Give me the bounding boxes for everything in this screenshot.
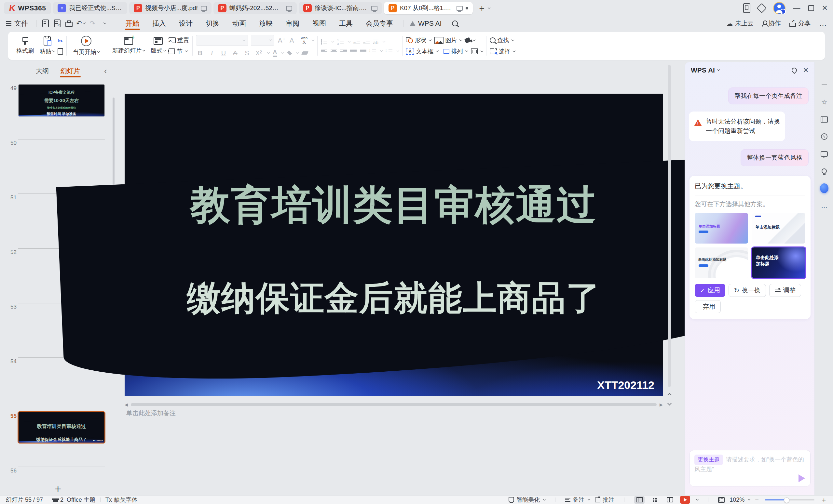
cloud-status-button[interactable]: ☁未上云 xyxy=(727,19,754,28)
paragraph-spacing-button[interactable] xyxy=(386,49,392,53)
wps-home-tab[interactable]: K WPS365 xyxy=(4,2,51,14)
search-icon[interactable] xyxy=(450,19,460,28)
chevron-down-icon[interactable] xyxy=(717,68,720,71)
toolbar-options-icon[interactable] xyxy=(99,19,109,28)
collaborate-button[interactable]: 协作 xyxy=(762,19,781,28)
comments-chat-icon[interactable] xyxy=(820,150,829,158)
new-slide-button[interactable]: 新建幻灯片 xyxy=(109,37,148,55)
apply-theme-button[interactable]: ✓应用 xyxy=(695,284,725,297)
font-name-select[interactable] xyxy=(196,35,248,46)
tab-review[interactable]: 审阅 xyxy=(279,16,306,30)
align-right-button[interactable] xyxy=(340,49,347,53)
picture-button[interactable]: 图片 xyxy=(434,36,462,44)
font-size-select[interactable] xyxy=(251,35,274,46)
save-icon[interactable] xyxy=(41,19,50,28)
zoom-slider[interactable] xyxy=(765,500,814,500)
prompt-mode-chip[interactable]: 更换主题 xyxy=(694,455,723,465)
horizontal-scrollbar[interactable]: ◀ ▶ xyxy=(125,402,663,407)
slide-thumbnail-55-selected[interactable]: 55 教育培训类目审核通过 缴纳保证金后就能上商品了 XTT202112 xyxy=(19,412,104,461)
text-direction-button[interactable]: ab xyxy=(373,39,378,46)
slideshow-play-button[interactable] xyxy=(680,496,690,504)
notes-placeholder[interactable]: 单击此处添加备注 xyxy=(126,409,176,418)
pin-icon[interactable] xyxy=(791,67,798,74)
document-tab[interactable]: P 蝉妈妈-202...52页.pdf xyxy=(213,2,297,14)
window-close-button[interactable]: ✕ xyxy=(822,4,828,12)
superscript-button[interactable]: X² xyxy=(255,49,263,57)
zoom-in-button[interactable]: ＋ xyxy=(820,496,827,504)
missing-font-button[interactable]: Tx缺失字体 xyxy=(105,496,138,504)
decrease-font-button[interactable]: A⁻ xyxy=(289,36,298,44)
zoom-level-button[interactable]: 102% xyxy=(730,497,750,503)
tab-list-caret-icon[interactable] xyxy=(488,6,490,9)
copy-icon[interactable] xyxy=(57,48,63,55)
tab-outline[interactable]: 大纲 xyxy=(36,65,49,77)
more-tools-icon[interactable]: … xyxy=(820,201,829,210)
play-options-caret-icon[interactable] xyxy=(696,498,698,500)
new-tab-button[interactable]: ＋ xyxy=(477,2,486,14)
play-from-page-button[interactable]: 当页开始 xyxy=(70,36,102,56)
next-slide-button[interactable] xyxy=(665,399,674,407)
tab-tools[interactable]: 工具 xyxy=(333,16,359,30)
distribute-button[interactable] xyxy=(360,49,366,53)
paste-button[interactable]: 粘贴 xyxy=(37,36,57,55)
font-color-button[interactable]: A xyxy=(273,49,277,57)
panel-layout-icon[interactable] xyxy=(820,115,829,124)
share-button[interactable]: 分享 xyxy=(789,19,811,28)
scroll-right-icon[interactable]: ▶ xyxy=(660,403,663,407)
more-actions-button[interactable]: … xyxy=(819,19,827,28)
decrease-indent-button[interactable] xyxy=(353,40,360,44)
slide-thumbnail-56[interactable]: 56 视频号小店 —— 提交商品经营说明书和ICP备案通过类目审核 xyxy=(19,467,104,482)
tab-transition[interactable]: 切换 xyxy=(199,16,226,30)
tab-view[interactable]: 视图 xyxy=(306,16,333,30)
print-icon[interactable] xyxy=(64,19,74,28)
export-icon[interactable] xyxy=(52,19,62,28)
theme-option-1[interactable]: 单击添加标题 xyxy=(695,213,748,244)
bullet-list-button[interactable] xyxy=(321,39,327,45)
shadow-button[interactable]: S xyxy=(243,49,251,57)
document-tab-active[interactable]: P K07 从0到...格1.pptx xyxy=(384,2,473,14)
smart-beautify-button[interactable]: 智能美化 xyxy=(508,496,545,504)
slide-layout-button[interactable]: 版式 xyxy=(148,37,169,55)
document-tab[interactable]: ≡ 我已经正式使...S的AI功能 xyxy=(53,2,127,14)
close-panel-icon[interactable]: ✕ xyxy=(803,66,809,74)
tab-animation[interactable]: 动画 xyxy=(226,16,253,30)
window-restore-button[interactable] xyxy=(808,5,814,11)
notes-button[interactable]: 备注 xyxy=(565,496,590,504)
scroll-left-icon[interactable]: ◀ xyxy=(125,403,128,407)
align-left-button[interactable] xyxy=(321,49,327,53)
wps-ai-active-icon[interactable] xyxy=(820,184,829,193)
favorites-star-icon[interactable]: ☆ xyxy=(820,98,829,106)
cut-icon[interactable]: ✂ xyxy=(57,37,63,45)
slide-canvas[interactable]: 教育培训类目审核通过 缴纳保证金后就能上商品了 XTT202112 xyxy=(125,94,663,396)
italic-button[interactable]: I xyxy=(208,49,216,57)
tab-insert[interactable]: 插入 xyxy=(146,16,172,30)
vertical-scrollbar-thumb[interactable] xyxy=(668,65,671,387)
format-painter-button[interactable]: 格式刷 xyxy=(13,37,37,55)
undo-icon[interactable]: ↶ xyxy=(76,19,86,28)
slide-sorter-view-button[interactable] xyxy=(649,496,660,504)
wps-ai-menu[interactable]: WPS AI xyxy=(408,16,448,30)
strikethrough-button[interactable]: A xyxy=(231,49,239,57)
reading-view-button[interactable] xyxy=(665,496,675,504)
mobile-device-icon[interactable] xyxy=(743,3,751,13)
align-center-button[interactable] xyxy=(331,49,337,53)
tab-home[interactable]: 开始 xyxy=(119,16,146,30)
increase-font-button[interactable]: A⁺ xyxy=(278,36,286,44)
tab-slideshow[interactable]: 放映 xyxy=(253,16,279,30)
theme-name-button[interactable]: 2_Office 主题 xyxy=(53,496,95,504)
slide-title-text[interactable]: 教育培训类目审核通过 xyxy=(125,179,663,232)
collapse-strip-icon[interactable] xyxy=(820,81,829,89)
textbox-button[interactable]: A文本框 xyxy=(406,48,438,55)
slide-subtitle-text[interactable]: 缴纳保证金后就能上商品了 xyxy=(125,276,663,321)
line-spacing-button[interactable] xyxy=(370,49,376,53)
bold-button[interactable]: B xyxy=(196,49,204,57)
shapes-button[interactable]: 形状 xyxy=(406,36,431,44)
clear-format-button[interactable] xyxy=(301,51,308,55)
tab-member[interactable]: 会员专享 xyxy=(359,16,400,30)
reset-slide-button[interactable]: 重置 xyxy=(169,36,189,44)
horizontal-scrollbar-thumb[interactable] xyxy=(131,403,657,406)
document-tab[interactable]: P 徐谈谈-IC...指南.pdf xyxy=(299,2,382,14)
file-menu-button[interactable]: 文件 xyxy=(6,19,28,28)
theme-option-3[interactable]: 单击此处添加标题 xyxy=(695,248,748,278)
slide-thumbnail-49[interactable]: 49 ICP备案全流程 需要10-30天左右 请准备上架课程的老师们 预留时间 … xyxy=(19,84,104,133)
